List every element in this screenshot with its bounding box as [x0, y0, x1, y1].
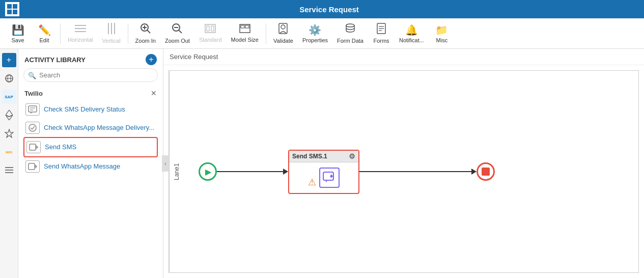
send-sms-label: Send SMS	[45, 143, 76, 152]
forms-button[interactable]: Forms	[369, 21, 394, 46]
notifications-button[interactable]: 🔔 Notificat...	[395, 22, 428, 45]
warning-icon: ⚠	[308, 177, 316, 188]
play-icon: ▶	[205, 167, 211, 177]
check-sms-item[interactable]: Check SMS Delivery Status	[23, 100, 158, 119]
vertical-icon	[107, 23, 116, 37]
flow-line-2	[359, 171, 471, 172]
form-data-icon	[345, 23, 356, 37]
notifications-icon: 🔔	[405, 24, 418, 36]
form-data-button[interactable]: Form Data	[333, 21, 368, 46]
check-whatsapp-label: Check WhatsApp Message Delivery...	[44, 124, 154, 132]
svg-rect-2	[75, 31, 86, 32]
zoom-out-icon	[172, 23, 183, 37]
standard-button[interactable]: Standard	[195, 22, 226, 45]
twilio-group-title: Twilio	[24, 90, 43, 97]
svg-marker-30	[6, 115, 13, 120]
send-whatsapp-label: Send WhatsApp Message	[44, 162, 120, 171]
svg-line-7	[147, 30, 150, 33]
twilio-group-close[interactable]: ✕	[151, 89, 157, 97]
validate-button[interactable]: Validate	[269, 21, 297, 46]
svg-rect-40	[29, 163, 35, 170]
svg-rect-15	[211, 26, 214, 31]
zoom-out-button[interactable]: Zoom Out	[161, 21, 194, 46]
activity-title: ACTIVITY LIBRARY	[24, 56, 86, 64]
misc-button[interactable]: 📁 Misc	[429, 22, 455, 45]
task-gear-icon[interactable]: ⚙	[349, 152, 355, 160]
canvas-content: Lane1 ▶ Send SMS.1	[163, 65, 644, 278]
send-whatsapp-icon	[25, 160, 40, 173]
check-whatsapp-icon	[25, 122, 40, 134]
standard-icon	[205, 24, 216, 36]
save-button[interactable]: 💾 Save	[5, 22, 31, 45]
task-node-title: Send SMS.1	[292, 153, 327, 160]
search-icon: 🔍	[28, 71, 36, 79]
model-size-icon	[239, 24, 250, 36]
svg-point-38	[29, 124, 36, 131]
search-input[interactable]	[23, 68, 158, 82]
page-title: Service Request	[19, 5, 639, 14]
edit-icon: ✏️	[38, 24, 51, 36]
end-event[interactable]	[477, 162, 495, 181]
sidebar-icon-star[interactable]	[2, 126, 16, 141]
activity-add-button[interactable]: +	[146, 54, 157, 65]
toolbar: 💾 Save ✏️ Edit Horizontal Vertical Zoom …	[0, 18, 644, 49]
app-logo	[5, 2, 19, 16]
task-node-send-sms[interactable]: Send SMS.1 ⚙ ⚠	[288, 150, 359, 194]
sidebar-icon-aws[interactable]: aws	[2, 145, 16, 159]
misc-icon: 📁	[435, 24, 448, 36]
svg-rect-5	[114, 23, 115, 34]
flow-arrow-1	[217, 169, 288, 175]
sidebar-icon-ethereum[interactable]	[2, 108, 16, 122]
svg-rect-1	[75, 28, 86, 29]
zoom-in-icon	[140, 23, 151, 37]
zoom-in-button[interactable]: Zoom In	[131, 21, 160, 46]
check-sms-icon	[25, 103, 40, 116]
panel-collapse-handle[interactable]: ‹	[162, 155, 169, 172]
flow-line-1	[217, 171, 283, 172]
svg-rect-3	[108, 23, 109, 34]
edit-button[interactable]: ✏️ Edit	[32, 22, 57, 45]
left-sidebar-icons: + SAP aws	[0, 49, 18, 278]
svg-rect-39	[30, 144, 36, 150]
send-sms-item[interactable]: Send SMS	[23, 137, 158, 157]
svg-rect-14	[207, 26, 209, 31]
horizontal-icon	[75, 24, 86, 36]
lane-label: Lane1	[169, 71, 183, 272]
check-whatsapp-item[interactable]: Check WhatsApp Message Delivery...	[23, 119, 158, 137]
svg-rect-0	[75, 25, 86, 26]
start-event[interactable]: ▶	[199, 162, 217, 181]
search-box: 🔍	[23, 68, 158, 82]
canvas-area: Service Request Lane1 ▶	[163, 49, 644, 278]
sidebar-icon-list[interactable]	[2, 163, 16, 177]
arrowhead-1	[283, 169, 288, 175]
check-sms-label: Check SMS Delivery Status	[44, 105, 125, 114]
vertical-button[interactable]: Vertical	[98, 21, 125, 46]
svg-rect-18	[245, 25, 249, 28]
model-size-button[interactable]: Model Size	[227, 22, 263, 45]
top-bar: Service Request	[0, 0, 644, 18]
arrowhead-2	[471, 169, 477, 175]
send-sms-icon	[26, 141, 41, 153]
canvas-label: Service Request	[163, 49, 644, 65]
main-layout: + SAP aws ACTIVITY LIBRARY + 🔍 Twilio ✕	[0, 49, 644, 278]
end-event-inner	[482, 168, 490, 176]
properties-button[interactable]: ⚙️ Properties	[298, 22, 332, 45]
validate-icon	[277, 23, 289, 37]
twilio-group: Twilio ✕ Check SMS Delivery Status Check…	[18, 86, 163, 176]
flow-container: ▶ Send SMS.1 ⚙ ⚠	[183, 71, 638, 272]
sidebar-icon-plus[interactable]: +	[2, 53, 16, 67]
sidebar-icon-globe[interactable]	[2, 71, 16, 86]
toolbar-separator-3	[266, 23, 266, 44]
svg-rect-35	[29, 106, 37, 112]
twilio-group-header: Twilio ✕	[23, 86, 158, 100]
horizontal-button[interactable]: Horizontal	[64, 22, 97, 45]
activity-header: ACTIVITY LIBRARY +	[18, 49, 163, 68]
svg-point-21	[346, 24, 354, 27]
svg-line-11	[179, 30, 182, 33]
svg-point-20	[281, 25, 285, 29]
sidebar-icon-sap[interactable]: SAP	[2, 90, 16, 104]
collapse-icon: ‹	[164, 161, 166, 166]
forms-icon	[376, 23, 386, 37]
flow-arrow-2	[359, 169, 477, 175]
send-whatsapp-item[interactable]: Send WhatsApp Message	[23, 157, 158, 176]
